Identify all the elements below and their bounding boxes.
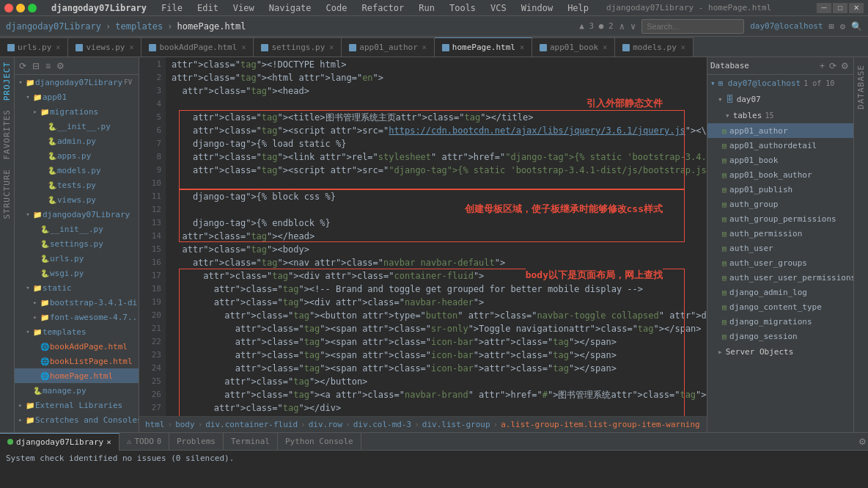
tree-item-migrations[interactable]: ▸📁migrations [15,104,139,119]
breadcrumb-item-0[interactable]: html [145,420,165,429]
favorites-sidebar-label[interactable]: Favorites [0,105,14,164]
menu-help[interactable]: Help [564,3,592,13]
tab-close-icon[interactable]: × [681,43,685,51]
tab-homePage-html[interactable]: homePage.html× [435,37,532,57]
win-minimize[interactable]: ─ [817,3,831,13]
db-table-item-app01_author[interactable]: ▤ app01_author [707,123,853,138]
tab-close-icon[interactable]: × [241,43,246,51]
tree-item-tests.py[interactable]: 🐍tests.py [15,178,139,192]
tab-settings-py[interactable]: settings.py× [254,37,342,57]
tree-item-bookAddPage.html[interactable]: 🌐bookAddPage.html [15,339,139,354]
settings-icon[interactable]: ⚙ [840,21,845,32]
win-close[interactable]: ✕ [849,3,864,13]
db-connection[interactable]: day07@localhost [750,21,823,31]
tab-close-icon[interactable]: × [603,43,607,51]
db-schema-row[interactable]: ▾🗄day07 [707,91,853,107]
menu-navigate[interactable]: Navigate [266,3,315,13]
breadcrumb-file[interactable]: homePage.html [177,21,246,32]
db-table-item-auth_group_permissions[interactable]: ▤ auth_group_permissions [707,211,853,226]
search-input[interactable] [641,19,744,34]
database-sidebar-label[interactable]: Database [854,60,868,114]
sidebar-sync-btn[interactable]: ⟳ [18,59,28,73]
db-settings-btn[interactable]: ⚙ [839,59,850,73]
tree-item-manage.py[interactable]: 🐍manage.py [15,383,139,398]
tree-item-views.py[interactable]: 🐍views.py [15,192,139,207]
tab-urls-py[interactable]: urls.py× [0,37,68,57]
tree-item-bootstrap-3.4.1-di...[interactable]: ▸📁bootstrap-3.4.1-di... [15,295,139,310]
breadcrumb-folder[interactable]: templates [115,21,163,32]
menu-file[interactable]: File [158,3,185,13]
db-table-item-app01_book_author[interactable]: ▤ app01_book_author [707,167,853,182]
menu-run[interactable]: Run [416,3,438,13]
tree-item-apps.py[interactable]: 🐍apps.py [15,148,139,163]
tree-item-homePage.html[interactable]: 🌐homePage.html [15,368,139,383]
search-icon[interactable]: 🔍 [851,21,862,32]
project-sidebar-label[interactable]: Project [0,57,14,105]
tab-close-icon[interactable]: × [56,43,60,51]
db-table-item-auth_user[interactable]: ▤ auth_user [707,241,853,255]
tab-app01_author[interactable]: app01_author× [342,37,435,57]
db-table-item-app01_publish[interactable]: ▤ app01_publish [707,182,853,197]
db-connection-row[interactable]: ▾⊞ day07@localhost1 of 10 [707,75,853,91]
tree-item-urls.py[interactable]: 🐍urls.py [15,251,139,266]
tree-item-static[interactable]: ▾📁static [15,280,139,295]
db-table-item-django_migrations[interactable]: ▤ django_migrations [707,314,853,329]
sidebar-collapse-btn[interactable]: ⊟ [31,59,41,73]
tree-item-font-awesome-4.7...[interactable]: ▸📁font-awesome-4.7... [15,310,139,324]
breadcrumb-item-3[interactable]: div.row [309,420,342,429]
bottom-tab-run[interactable]: djangoday07Library× [0,433,119,451]
tab-close-icon[interactable]: × [129,43,133,51]
menu-view[interactable]: View [230,3,257,13]
breadcrumb-item-4[interactable]: div.col-md-3 [353,420,411,429]
tab-close-icon[interactable]: × [329,43,334,51]
tab-close-icon[interactable]: × [422,43,427,51]
tree-item-__init__.py[interactable]: 🐍__init__.py [15,222,139,236]
breadcrumb-project[interactable]: djangoday07Library [6,21,101,32]
bottom-tab-python-console[interactable]: Python Console [278,433,361,451]
db-table-item-auth_permission[interactable]: ▤ auth_permission [707,226,853,241]
tree-item-External-Libraries[interactable]: ▸📁External Libraries [15,398,139,412]
tab-app01_book[interactable]: app01_book× [532,37,615,57]
tree-item-Scratches-and-Consoles[interactable]: ▸📁Scratches and Consoles [15,412,139,427]
bottom-settings-btn[interactable]: ⚙ [857,435,868,448]
menu-vcs[interactable]: VCS [488,3,510,13]
tree-item-templates[interactable]: ▾📁templates [15,324,139,339]
tree-item-admin.py[interactable]: 🐍admin.py [15,134,139,148]
db-icon[interactable]: ⊞ [829,21,834,32]
tab-close-icon[interactable]: × [520,43,524,51]
db-tables-section[interactable]: ▾tables 15 [707,107,853,123]
db-server-objects-row[interactable]: ▸Server Objects [707,343,853,360]
menu-code[interactable]: Code [323,3,350,13]
structure-sidebar-label[interactable]: Structure [0,164,14,224]
tab-views-py[interactable]: views.py× [68,37,141,57]
run-tab-close[interactable]: × [106,437,111,447]
bottom-tab-terminal[interactable]: Terminal [224,433,278,451]
tree-item-wsgi.py[interactable]: 🐍wsgi.py [15,266,139,280]
tab-models-py[interactable]: models.py× [615,37,694,57]
code-content[interactable]: attr">class="tag"><!DOCTYPE html>attr">c… [166,57,707,416]
win-restore[interactable]: □ [833,3,847,13]
tree-item-__init__.py[interactable]: 🐍__init__.py [15,119,139,134]
tree-item-app01[interactable]: ▾📁app01 [15,90,139,104]
breadcrumb-item-5[interactable]: div.list-group [422,420,490,429]
db-refresh-btn[interactable]: ⟳ [828,59,838,73]
breadcrumb-item-6[interactable]: a.list-group-item.list-group-item-warnin… [501,420,700,429]
db-table-item-django_session[interactable]: ▤ django_session [707,329,853,343]
tree-item-djangoday07Library[interactable]: ▾📁djangoday07Library [15,207,139,222]
bottom-tab-problems[interactable]: Problems [169,433,224,451]
close-button[interactable] [4,4,13,12]
minimize-button[interactable] [16,4,25,12]
menu-refactor[interactable]: Refactor [358,3,407,13]
code-scroll-area[interactable]: 引入外部静态文件 创建母板区域，使子板继承时能够修改css样式 body以下是页… [166,57,707,416]
db-table-item-auth_user_user_permissions[interactable]: ▤ auth_user_user_permissions [707,270,853,285]
breadcrumb-item-1[interactable]: body [175,420,195,429]
tree-item-models.py[interactable]: 🐍models.py [15,163,139,178]
db-table-item-django_admin_log[interactable]: ▤ django_admin_log [707,285,853,299]
menu-edit[interactable]: Edit [194,3,221,13]
sidebar-settings-btn[interactable]: ≡ [44,59,52,73]
menu-window[interactable]: Window [518,3,556,13]
breadcrumb-item-2[interactable]: div.container-fluid [205,420,298,429]
menu-tools[interactable]: Tools [446,3,479,13]
db-table-item-app01_book[interactable]: ▤ app01_book [707,153,853,167]
chevron-up-icon[interactable]: ∧ [619,21,625,32]
